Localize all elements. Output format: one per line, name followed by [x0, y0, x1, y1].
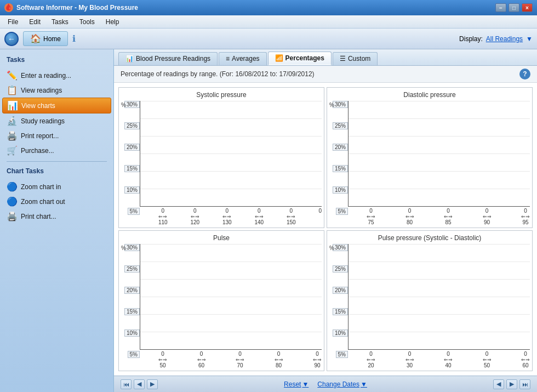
- ppx-item-50: 0 ⇐⇒ 50: [483, 351, 492, 368]
- tabs-bar: 📊 Blood Pressure Readings ≡ Averages 📶 P…: [114, 49, 537, 66]
- y-val-20: 20%: [124, 144, 140, 151]
- y-val-5: 5%: [128, 208, 140, 215]
- chart-pulse-area: % 30% 25% 20% 15% 10% 5%: [121, 244, 322, 368]
- sidebar-item-study-readings[interactable]: 🔬 Study readings: [2, 113, 111, 128]
- view-charts-icon: 📊: [7, 100, 18, 111]
- custom-tab-label: Custom: [348, 55, 370, 63]
- change-dates-label: Change Dates: [317, 380, 359, 388]
- sidebar-item-zoom-in[interactable]: 🔵 Zoom chart in: [2, 179, 111, 194]
- sidebar-print-report-label: Print report...: [21, 132, 59, 140]
- chart-systolic-x-labels: 0 ⇐⇒ 110 0 ⇐⇒ 120 0: [158, 207, 322, 225]
- percentages-tab-icon: 📶: [275, 54, 283, 62]
- nav-controls-right: ◀ ▶ ⏭: [493, 379, 530, 389]
- home-button[interactable]: 🏠 Home: [23, 31, 68, 46]
- enter-reading-icon: ✏️: [7, 70, 18, 81]
- dx-item-85: 0 ⇐⇒ 85: [444, 208, 453, 225]
- nav-first-button[interactable]: ⏮: [121, 379, 132, 389]
- back-button[interactable]: ←: [4, 32, 19, 46]
- chart-diastolic-title: Diastolic pressure: [329, 90, 530, 101]
- dropdown-arrow-icon[interactable]: ▼: [526, 35, 533, 43]
- tab-averages[interactable]: ≡ Averages: [219, 52, 267, 65]
- chart-pp-y-unit: %: [329, 245, 334, 251]
- nav-right-next-button[interactable]: ▶: [506, 379, 517, 389]
- sidebar-view-readings-label: View readings: [21, 87, 62, 94]
- ppx-item-40: 0 ⇐⇒ 40: [444, 351, 453, 368]
- menu-file[interactable]: File: [2, 17, 24, 27]
- p-y-val-15: 15%: [124, 308, 140, 315]
- tab-custom[interactable]: ☰ Custom: [333, 52, 378, 65]
- ppx-item-20: 0 ⇐⇒ 20: [367, 351, 375, 368]
- p-y-val-5: 5%: [128, 351, 140, 358]
- chart-diastolic-y-axis: 30% 25% 20% 15% 10% 5%: [329, 101, 348, 225]
- menu-edit[interactable]: Edit: [24, 17, 46, 27]
- nav-prev-button[interactable]: ◀: [134, 379, 145, 389]
- p-y-val-25: 25%: [124, 265, 140, 272]
- sidebar-item-view-charts[interactable]: 📊 View charts: [2, 98, 111, 113]
- sidebar-item-enter-reading[interactable]: ✏️ Enter a reading...: [2, 68, 111, 83]
- toolbar-icon-info: ℹ: [72, 33, 76, 44]
- sidebar: Tasks ✏️ Enter a reading... 📋 View readi…: [0, 49, 114, 392]
- print-report-icon: 🖨️: [7, 130, 18, 141]
- zoom-out-icon: 🔵: [7, 196, 18, 207]
- chart-systolic: Systolic pressure % 30% 25% 20% 15% 10% …: [118, 87, 324, 228]
- maximize-button[interactable]: □: [509, 3, 519, 12]
- menu-tools[interactable]: Tools: [74, 17, 100, 27]
- percentages-tab-label: Percentages: [285, 54, 324, 62]
- tab-percentages[interactable]: 📶 Percentages: [268, 52, 332, 65]
- sidebar-item-print-chart[interactable]: 🖨️ Print chart...: [2, 209, 111, 224]
- px-item-70: 0 ⇐⇒ 70: [236, 351, 244, 368]
- chart-diastolic-x-labels: 0 ⇐⇒ 75 0 ⇐⇒ 80 0: [367, 207, 530, 225]
- chart-diastolic: Diastolic pressure % 30% 25% 20% 15% 10%…: [327, 87, 533, 228]
- change-dates-link[interactable]: Change Dates ▼: [317, 380, 367, 388]
- nav-center-controls: Reset ▼ Change Dates ▼: [158, 380, 493, 388]
- sidebar-enter-reading-label: Enter a reading...: [21, 72, 71, 79]
- view-readings-icon: 📋: [7, 85, 18, 95]
- chart-pp-y-axis: 30% 25% 20% 15% 10% 5%: [329, 244, 348, 368]
- pp-y-val-20: 20%: [333, 287, 348, 294]
- d-y-val-20: 20%: [333, 144, 348, 151]
- sidebar-item-zoom-out[interactable]: 🔵 Zoom chart out: [2, 194, 111, 209]
- reset-link-label: Reset: [284, 380, 301, 388]
- chart-pulse-pressure-area: % 30% 25% 20% 15% 10% 5%: [329, 244, 530, 368]
- chart-systolic-title: Systolic pressure: [121, 90, 322, 101]
- menu-bar: File Edit Tasks Tools Help: [0, 15, 537, 29]
- y-val-25: 25%: [124, 122, 140, 129]
- averages-tab-icon: ≡: [226, 55, 230, 63]
- sidebar-study-readings-label: Study readings: [21, 117, 65, 125]
- chart-pulse-pressure: Pulse pressure (Systolic - Diastolic) % …: [327, 230, 533, 371]
- x-item-0d: 0 ⇐⇒ 140: [254, 208, 264, 225]
- content-panel: Percentage of readings by range. (For: 1…: [114, 66, 537, 392]
- zoom-in-icon: 🔵: [7, 181, 18, 192]
- nav-controls-left: ⏮ ◀ ▶: [121, 379, 158, 389]
- close-button[interactable]: ×: [522, 3, 533, 12]
- print-chart-icon: 🖨️: [7, 211, 18, 221]
- chart-systolic-y-axis: 30% 25% 20% 15% 10% 5%: [121, 101, 140, 225]
- content-area: 📊 Blood Pressure Readings ≡ Averages 📶 P…: [114, 49, 537, 392]
- minimize-button[interactable]: −: [495, 3, 506, 12]
- nav-right-prev-button[interactable]: ◀: [493, 379, 504, 389]
- nav-last-button[interactable]: ⏭: [519, 379, 530, 389]
- sidebar-zoom-in-label: Zoom chart in: [21, 183, 61, 191]
- px-item-50: 0 ⇐⇒ 50: [158, 351, 167, 368]
- chart-pulse-title: Pulse: [121, 233, 322, 244]
- pp-y-val-30: 30%: [333, 244, 348, 251]
- sidebar-divider: [7, 161, 107, 162]
- sidebar-item-print-report[interactable]: 🖨️ Print report...: [2, 128, 111, 143]
- menu-tasks[interactable]: Tasks: [46, 17, 74, 27]
- tab-blood-pressure[interactable]: 📊 Blood Pressure Readings: [118, 52, 218, 65]
- nav-bottom: ⏮ ◀ ▶ Reset ▼ Change Dates ▼ ◀ ▶: [114, 376, 537, 392]
- nav-next-button[interactable]: ▶: [147, 379, 158, 389]
- display-value[interactable]: All Readings: [486, 35, 523, 43]
- reset-link[interactable]: Reset ▼: [284, 380, 309, 388]
- px-item-90: 0 ⇐⇒ 90: [313, 351, 322, 368]
- help-button[interactable]: ?: [519, 69, 530, 79]
- sidebar-item-purchase[interactable]: 🛒 Purchase...: [2, 143, 111, 158]
- info-bar: Percentage of readings by range. (For: 1…: [114, 66, 537, 83]
- d-y-val-10: 10%: [333, 186, 348, 194]
- p-y-val-30: 30%: [124, 244, 140, 251]
- px-item-80: 0 ⇐⇒ 80: [275, 351, 283, 368]
- sidebar-item-view-readings[interactable]: 📋 View readings: [2, 83, 111, 98]
- chart-pulse: Pulse % 30% 25% 20% 15% 10% 5%: [118, 230, 324, 371]
- menu-help[interactable]: Help: [100, 17, 125, 27]
- y-val-30: 30%: [124, 101, 140, 108]
